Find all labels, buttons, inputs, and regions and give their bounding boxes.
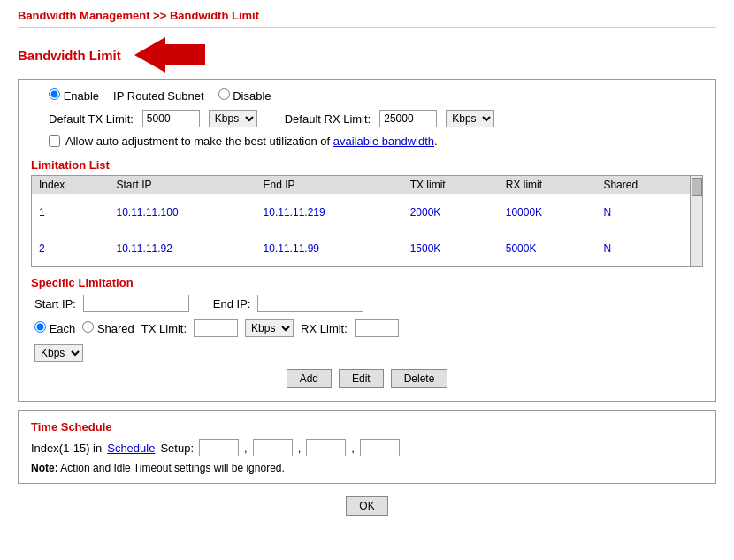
note-row: Note: Action and Idle Timeout settings w… [31,462,703,474]
breadcrumb: Bandwidth Management >> Bandwidth Limit [18,9,716,22]
default-tx-unit-select[interactable]: Kbps Mbps [209,110,257,127]
scrollbar-thumb[interactable] [692,178,702,196]
auto-adjust-checkbox[interactable] [49,135,60,147]
col-rx-limit: RX limit [499,176,597,194]
note-label: Note: [31,462,58,474]
default-tx-label: Default TX Limit: [49,112,134,126]
end-ip-label: End IP: [213,297,251,311]
available-bandwidth-link[interactable]: available bandwidth [333,134,434,148]
section-title-row: Bandwidth Limit [18,35,716,75]
enable-label[interactable]: Enable [49,88,99,103]
ip-routed-text: IP Routed Subnet [113,89,203,103]
note-text: Action and Idle Timeout settings will be… [60,462,284,474]
delete-button[interactable]: Delete [391,369,448,388]
setup-label: Setup: [160,441,194,455]
table-row: 110.11.11.10010.11.11.2192000K10000KN [32,194,690,230]
each-radio[interactable] [34,321,46,333]
col-end-ip: End IP [256,176,403,194]
default-rx-unit-select[interactable]: Kbps Mbps [446,110,494,127]
default-rx-input[interactable] [379,110,437,127]
start-ip-input[interactable] [83,295,189,312]
index-label: Index(1-15) in [31,441,102,455]
disable-label[interactable]: Disable [218,88,271,103]
bandwidth-limit-title: Bandwidth Limit [18,48,121,63]
ok-row: OK [18,496,716,516]
tx-limit-input[interactable] [194,319,238,337]
breadcrumb-text: Bandwidth Management >> Bandwidth Limit [18,9,259,22]
limitation-table-wrapper: Index Start IP End IP TX limit RX limit … [31,175,703,267]
red-arrow-icon [130,35,210,75]
schedule-link[interactable]: Schedule [107,441,155,455]
time-schedule-box: Time Schedule Index(1-15) in Schedule Se… [18,410,716,484]
tx-rx-row: Default TX Limit: Kbps Mbps Default RX L… [31,110,703,127]
tx-unit-select[interactable]: Kbps Mbps [245,319,294,337]
table-row: 210.11.11.9210.11.11.991500K5000KN [32,230,690,266]
schedule-field-3[interactable] [306,439,346,456]
tx-limit-label: TX Limit: [141,322,187,335]
enable-radio[interactable] [49,88,60,100]
start-end-ip-row: Start IP: End IP: [31,295,703,312]
each-label-wrap[interactable]: Each [34,321,75,335]
default-tx-input[interactable] [142,110,200,127]
col-tx-limit: TX limit [403,176,499,194]
edit-button[interactable]: Edit [339,369,384,388]
start-ip-label: Start IP: [34,297,76,311]
shared-label-wrap[interactable]: Shared [82,321,134,335]
col-shared: Shared [596,176,690,194]
specific-limitation-title: Specific Limitation [31,276,703,289]
ok-button[interactable]: OK [346,496,387,516]
shared-radio[interactable] [82,321,94,333]
time-schedule-title: Time Schedule [31,420,703,433]
rx-unit-row: Kbps Mbps [31,344,703,362]
enable-disable-row: Enable IP Routed Subnet Disable [31,88,703,103]
each-shared-row: Each Shared TX Limit: Kbps Mbps RX Limit… [31,319,703,337]
auto-adjust-text: Allow auto adjustment to make the best u… [65,134,438,148]
bandwidth-limit-box: Enable IP Routed Subnet Disable Default … [18,79,716,402]
default-rx-label: Default RX Limit: [285,112,371,126]
limitation-table: Index Start IP End IP TX limit RX limit … [32,176,690,266]
end-ip-input[interactable] [257,295,363,312]
rx-limit-input[interactable] [355,319,399,337]
auto-adjust-row: Allow auto adjustment to make the best u… [31,134,703,148]
schedule-row: Index(1-15) in Schedule Setup: , , , [31,439,703,456]
add-button[interactable]: Add [287,369,332,388]
scrollbar[interactable] [690,176,702,266]
table-header-row: Index Start IP End IP TX limit RX limit … [32,176,690,194]
action-buttons-row: Add Edit Delete [31,369,703,388]
svg-marker-0 [134,37,205,73]
schedule-field-1[interactable] [199,439,239,456]
rx-limit-label: RX Limit: [301,322,348,335]
limitation-list-title: Limitation List [31,158,703,172]
rx-unit-select[interactable]: Kbps Mbps [34,344,83,362]
col-start-ip: Start IP [110,176,256,194]
schedule-field-4[interactable] [360,439,400,456]
schedule-field-2[interactable] [253,439,293,456]
disable-radio[interactable] [218,88,230,100]
limitation-list-section: Limitation List Index Start IP End IP TX… [31,158,703,267]
specific-limitation-section: Specific Limitation Start IP: End IP: Ea… [31,276,703,388]
col-index: Index [32,176,110,194]
